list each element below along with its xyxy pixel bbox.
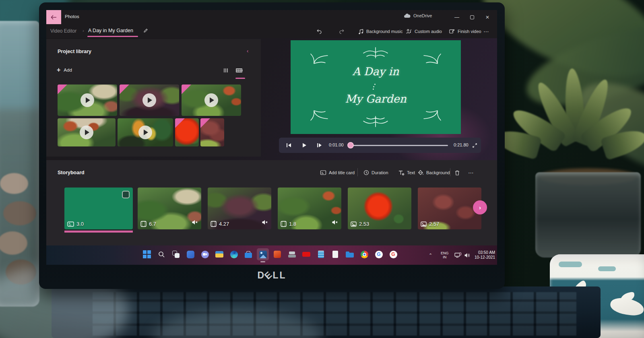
library-item-video-3[interactable] [182,84,241,116]
network-icon[interactable] [454,245,461,265]
next-frame-button[interactable] [313,138,326,153]
clip-duration: 2.53 [359,221,369,227]
microsoft-store-button[interactable] [242,248,254,260]
playback-bar: 0:01.00 0:21.80 [279,138,481,153]
language-indicator[interactable]: ENGIN [441,245,449,265]
person-audio-icon [406,29,412,35]
plus-icon: + [57,66,60,74]
seek-thumb[interactable] [347,142,354,148]
add-media-button[interactable]: + Add [57,66,72,74]
photo-scene: DELL Photos OneDrive — ✕ Video Editor › [0,0,644,338]
storyboard-clip-photo-1[interactable]: 2.53 [348,188,411,229]
rename-pencil-icon[interactable] [143,28,149,35]
maximize-button[interactable] [465,10,479,24]
red-app-button[interactable] [300,248,312,260]
photos-app-button[interactable] [257,248,269,260]
list-view-toggle[interactable] [223,67,229,75]
grid-view-toggle[interactable] [235,67,243,75]
previous-frame-button[interactable] [282,138,296,153]
search-icon [158,251,165,258]
title-card-line1: A Day in [291,65,461,78]
editor-main-area: Project library ‹ + Add [46,38,497,160]
breadcrumb-video-editor[interactable]: Video Editor [50,28,76,34]
volume-icon[interactable] [464,245,471,265]
google-app-button[interactable]: G [373,248,385,260]
widgets-button[interactable] [184,248,196,260]
text-icon [398,170,405,176]
background-music-button[interactable]: Background music [358,27,403,36]
storyboard-clip-video-3[interactable]: 1.8 [278,188,341,229]
delete-clip-button[interactable] [454,168,460,177]
storyboard-clip-video-2[interactable]: 4.27 [208,188,271,229]
added-badge [58,84,67,94]
film-icon [281,221,287,227]
clock-tray[interactable]: 03:50 AM10-12-2021 [475,245,495,265]
teams-chat-button[interactable] [199,248,211,260]
editor-nav-row: Video Editor › A Day in My Garden Backgr… [46,25,497,38]
storyboard-clip-photo-2[interactable]: 2.57 [418,188,481,229]
finish-video-button[interactable]: Finish video [449,27,481,36]
project-title: A Day in My Garden [88,28,133,33]
background-button[interactable]: Background [417,168,450,177]
library-item-video-4[interactable] [58,118,116,146]
edge-button[interactable] [228,248,240,260]
title-card-line2: My Garden [291,93,461,105]
storyboard-clip-video-1[interactable]: 6.7 [138,188,201,229]
mug-bird [609,296,644,317]
editor-more-button[interactable]: ⋯ [483,27,489,36]
play-icon [80,93,94,107]
chrome-button[interactable] [358,248,370,260]
active-tab-underline [87,36,138,37]
film-icon [211,221,217,227]
notepad-app-button[interactable] [315,248,327,260]
image-icon [351,221,357,227]
library-item-video-5[interactable] [118,118,173,146]
duration-button[interactable]: Duration [363,168,388,177]
fullscreen-button[interactable] [469,138,480,153]
undo-button[interactable] [316,27,322,36]
seek-track[interactable] [348,145,448,146]
library-item-video-1[interactable] [58,84,117,116]
library-item-photo-2[interactable] [200,118,224,146]
library-item-video-2[interactable] [120,84,179,116]
muted-icon [332,219,339,227]
scroll-next-button[interactable]: › [473,200,487,214]
film-icon [140,221,147,227]
search-button[interactable] [155,248,167,260]
total-time: 0:21.80 [454,142,469,147]
trash-icon [454,170,460,176]
clock-icon [363,170,369,175]
device-app-button[interactable] [286,248,298,260]
document-app-button[interactable] [329,248,341,260]
back-button[interactable] [46,10,61,24]
custom-audio-button[interactable]: Custom audio [406,27,442,36]
pebble [3,201,36,225]
google-app-button-2[interactable]: G [387,248,399,260]
image-icon [421,221,427,227]
text-button[interactable]: Text [398,168,415,177]
collapse-panel-icon[interactable]: ‹ [247,48,248,54]
add-title-card-button[interactable]: Add title card [320,168,355,177]
video-preview[interactable]: A Day in My Garden [291,40,461,134]
minimize-button[interactable]: — [450,10,464,24]
storyboard-more-button[interactable]: ⋯ [468,168,474,177]
redo-button[interactable] [339,27,345,36]
start-button[interactable] [141,248,153,260]
muted-icon [192,219,198,227]
storyboard-section: Storyboard Add title card Duration Text … [46,160,497,245]
laptop-keyboard-deck [52,286,601,338]
office-button[interactable] [271,248,283,260]
onedrive-status[interactable]: OneDrive [404,13,432,18]
task-view-button[interactable] [170,248,182,260]
titlebar: Photos OneDrive — ✕ [46,10,497,25]
library-item-photo-1[interactable] [175,118,199,146]
play-icon [142,93,156,107]
file-explorer-button[interactable] [213,248,225,260]
breadcrumb-separator: › [83,28,84,33]
clip-checkbox[interactable] [122,191,130,198]
storyboard-clip-titlecard[interactable]: 3.0 [64,188,133,229]
folder-app-button[interactable] [344,248,356,260]
tray-overflow-chevron[interactable]: ⌃ [429,245,432,265]
close-button[interactable]: ✕ [480,10,495,24]
play-button[interactable] [297,138,311,153]
